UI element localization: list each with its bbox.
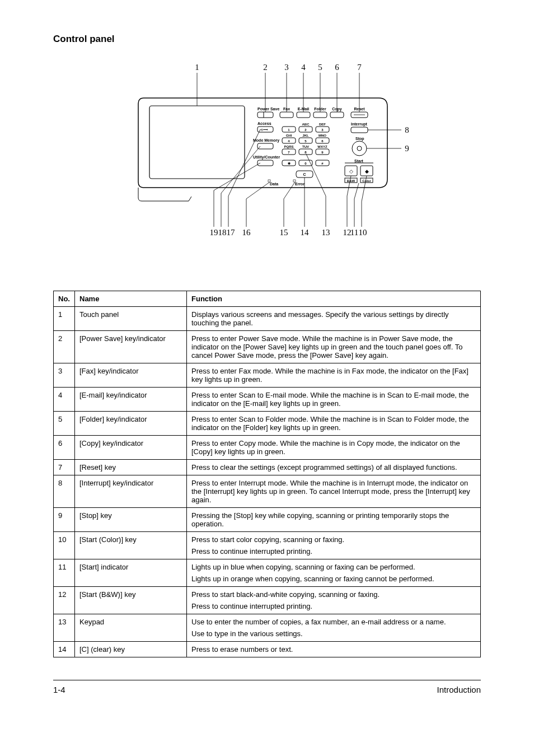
svg-text:TUV: TUV bbox=[302, 145, 309, 148]
svg-line-70 bbox=[221, 146, 260, 193]
svg-text:2: 2 bbox=[305, 128, 307, 132]
svg-text:MNO: MNO bbox=[318, 134, 326, 137]
svg-line-74 bbox=[246, 182, 270, 199]
table-row: 13KeypadUse to enter the number of copie… bbox=[54, 614, 481, 642]
function-paragraph: Use to enter the number of copies, a fax… bbox=[191, 618, 476, 626]
cell-no: 14 bbox=[54, 642, 75, 657]
table-row: 14[C] (clear) keyPress to erase numbers … bbox=[54, 642, 481, 657]
svg-text:GHI: GHI bbox=[286, 134, 292, 137]
cell-function: Press to enter Fax mode. While the machi… bbox=[187, 363, 481, 388]
cell-name: [E-mail] key/indicator bbox=[75, 388, 187, 412]
function-paragraph: Press to enter Scan to Folder mode. Whil… bbox=[191, 415, 476, 432]
cell-name: [Start (Color)] key bbox=[75, 532, 187, 559]
callout-9: 9 bbox=[405, 144, 409, 153]
svg-text:7: 7 bbox=[288, 151, 290, 154]
cell-no: 13 bbox=[54, 614, 75, 642]
svg-rect-46 bbox=[351, 127, 368, 133]
svg-text:0: 0 bbox=[305, 162, 307, 165]
table-row: 10[Start (Color)] keyPress to start colo… bbox=[54, 532, 481, 559]
callout-16: 16 bbox=[242, 228, 251, 237]
cell-name: [Start] indicator bbox=[75, 559, 187, 587]
cell-no: 8 bbox=[54, 475, 75, 508]
svg-text:8: 8 bbox=[305, 151, 307, 154]
cell-name: [Interrupt] key/indicator bbox=[75, 475, 187, 508]
cell-name: Keypad bbox=[75, 614, 187, 642]
function-paragraph: Press to enter Interrupt mode. While the… bbox=[191, 479, 476, 504]
table-row: 3[Fax] key/indicatorPress to enter Fax m… bbox=[54, 363, 481, 388]
svg-text:DEF: DEF bbox=[319, 123, 326, 126]
svg-text:1: 1 bbox=[288, 128, 290, 132]
cell-function: Press to clear the settings (except prog… bbox=[187, 460, 481, 475]
cell-no: 5 bbox=[54, 412, 75, 436]
table-row: 8[Interrupt] key/indicatorPress to enter… bbox=[54, 475, 481, 508]
cell-no: 6 bbox=[54, 436, 75, 460]
table-row: 12[Start (B&W)] keyPress to start black-… bbox=[54, 587, 481, 614]
svg-rect-12 bbox=[257, 160, 273, 166]
callout-6: 6 bbox=[335, 63, 339, 72]
data-label: Data bbox=[270, 182, 278, 186]
cell-no: 9 bbox=[54, 508, 75, 532]
error-label: Error bbox=[295, 182, 305, 186]
cell-no: 4 bbox=[54, 388, 75, 412]
cell-function: Press to erase numbers or text. bbox=[187, 642, 481, 657]
callout-11: 11 bbox=[350, 228, 358, 237]
function-paragraph: Press to start color copying, scanning o… bbox=[191, 535, 476, 544]
svg-line-83 bbox=[354, 183, 359, 199]
table-row: 1Touch panelDisplays various screens and… bbox=[54, 307, 481, 331]
cell-function: Press to enter Interrupt mode. While the… bbox=[187, 475, 481, 508]
svg-text:4: 4 bbox=[288, 139, 290, 143]
callout-8: 8 bbox=[405, 125, 409, 134]
svg-line-76 bbox=[284, 182, 295, 199]
svg-rect-1 bbox=[257, 112, 273, 118]
function-paragraph: Lights up in blue when copying, scanning… bbox=[191, 563, 476, 571]
function-paragraph: Pressing the [Stop] key while copying, s… bbox=[191, 511, 476, 528]
control-panel-diagram: Power Save Fax E-Mail Folder Copy Reset … bbox=[53, 59, 481, 274]
cell-name: [Folder] key/indicator bbox=[75, 412, 187, 436]
cell-no: 1 bbox=[54, 307, 75, 331]
cell-function: Press to enter Copy mode. While the mach… bbox=[187, 436, 481, 460]
cell-function: Use to enter the number of copies, a fax… bbox=[187, 614, 481, 642]
cell-no: 10 bbox=[54, 532, 75, 559]
function-paragraph: Press to enter Fax mode. While the machi… bbox=[191, 367, 476, 384]
callout-19: 19 bbox=[210, 228, 218, 237]
header-no: No. bbox=[54, 291, 75, 307]
svg-text:ABC: ABC bbox=[302, 123, 310, 126]
callout-13: 13 bbox=[322, 228, 330, 237]
function-paragraph: Use to type in the various settings. bbox=[191, 629, 476, 638]
callout-1: 1 bbox=[195, 63, 199, 72]
utility-counter-label: Utility/Counter bbox=[253, 155, 280, 160]
page-number: 1-4 bbox=[53, 685, 65, 694]
svg-text:6: 6 bbox=[321, 139, 324, 143]
cell-function: Press to enter Scan to E-mail mode. Whil… bbox=[187, 388, 481, 412]
svg-text:✱: ✱ bbox=[288, 162, 291, 165]
svg-text:JKL: JKL bbox=[302, 134, 309, 137]
cell-function: Press to enter Scan to Folder mode. Whil… bbox=[187, 412, 481, 436]
svg-rect-5 bbox=[313, 112, 327, 118]
function-paragraph: Press to clear the settings (except prog… bbox=[191, 463, 476, 472]
table-row: 9[Stop] keyPressing the [Stop] key while… bbox=[54, 508, 481, 532]
table-row: 4[E-mail] key/indicatorPress to enter Sc… bbox=[54, 388, 481, 412]
callout-17: 17 bbox=[227, 228, 236, 237]
c-key-label: C bbox=[303, 172, 306, 176]
table-row: 6[Copy] key/indicatorPress to enter Copy… bbox=[54, 436, 481, 460]
svg-text:3: 3 bbox=[321, 128, 324, 132]
bw-label: B&W bbox=[347, 179, 355, 183]
svg-line-68 bbox=[214, 163, 260, 190]
cell-no: 7 bbox=[54, 460, 75, 475]
page-footer: 1-4 Introduction bbox=[53, 680, 481, 694]
callout-15: 15 bbox=[280, 228, 288, 237]
color-label: Color bbox=[362, 179, 371, 183]
section-title: Control panel bbox=[53, 34, 481, 45]
svg-point-48 bbox=[357, 146, 362, 151]
cell-no: 11 bbox=[54, 559, 75, 587]
header-name: Name bbox=[75, 291, 187, 307]
callout-10: 10 bbox=[359, 228, 367, 237]
cell-name: Touch panel bbox=[75, 307, 187, 331]
svg-point-47 bbox=[352, 141, 367, 156]
cell-name: [Start (B&W)] key bbox=[75, 587, 187, 614]
svg-text:5: 5 bbox=[305, 139, 307, 143]
function-paragraph: Press to continue interrupted printing. bbox=[191, 547, 476, 556]
svg-text:#: # bbox=[321, 162, 324, 165]
table-row: 2[Power Save] key/indicatorPress to ente… bbox=[54, 331, 481, 363]
mode-memory-label: Mode Memory bbox=[253, 138, 279, 143]
